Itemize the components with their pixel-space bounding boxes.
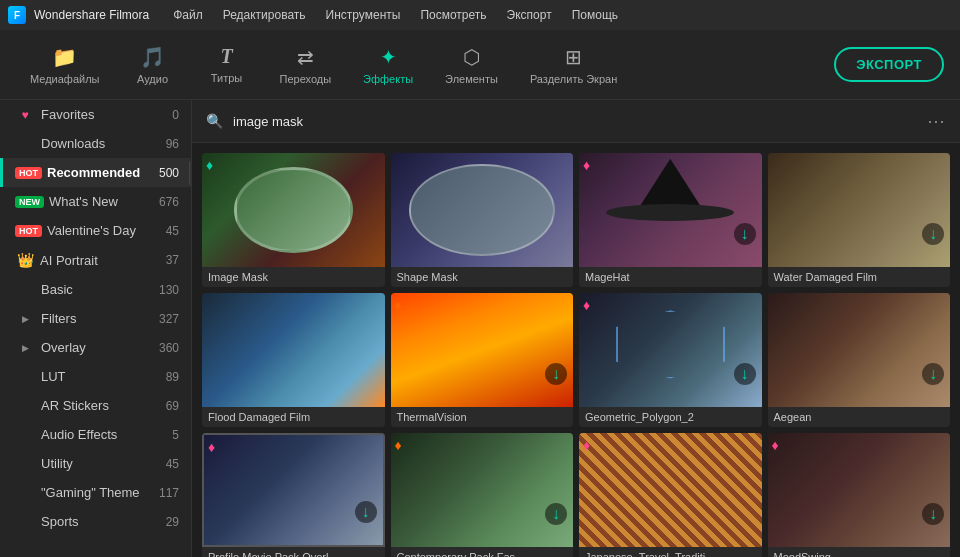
grid-item-aegean[interactable]: ↓ Aegean — [768, 293, 951, 427]
toolbar-effects[interactable]: ✦ Эффекты — [349, 39, 427, 91]
menu-export[interactable]: Экспорт — [499, 6, 560, 24]
sidebar-item-utility[interactable]: Utility 45 — [0, 449, 191, 478]
toolbar-items: 📁 Медиафайлы 🎵 Аудио T Титры ⇄ Переходы … — [16, 39, 834, 91]
menu-edit[interactable]: Редактировать — [215, 6, 314, 24]
search-input[interactable] — [233, 114, 917, 129]
toolbar-audio[interactable]: 🎵 Аудио — [117, 39, 187, 91]
grid-item-10-label: Contemporary Pack Fas... — [391, 547, 574, 557]
orange-badge-10: ♦ — [395, 437, 402, 453]
toolbar: 📁 Медиафайлы 🎵 Аудио T Титры ⇄ Переходы … — [0, 30, 960, 100]
sidebar-item-basic[interactable]: Basic 130 — [0, 275, 191, 304]
menu-bar: Файл Редактировать Инструменты Посмотрет… — [165, 6, 626, 24]
crown-icon: 👑 — [15, 252, 35, 268]
toolbar-audio-label: Аудио — [137, 73, 168, 85]
sidebar: ♥ Favorites 0 Downloads 96 HOT Recommend… — [0, 100, 192, 557]
grid-item-8-label: Aegean — [768, 407, 951, 427]
sidebar-ar-stickers-label: AR Stickers — [41, 398, 162, 413]
sidebar-item-sports[interactable]: Sports 29 — [0, 507, 191, 536]
expand-icon-overlay: ▶ — [15, 343, 35, 353]
search-bar: 🔍 ⋯ — [192, 100, 960, 143]
thumb-magehat: ♦ ↓ — [579, 153, 762, 267]
grid-item-image-mask[interactable]: ♦ Image Mask — [202, 153, 385, 287]
sidebar-downloads-count: 96 — [166, 137, 179, 151]
download-badge-7: ↓ — [734, 363, 756, 385]
sidebar-favorites-count: 0 — [172, 108, 179, 122]
grid-item-water-damaged[interactable]: ↓ Water Damaged Film — [768, 153, 951, 287]
download-badge-6: ↓ — [545, 363, 567, 385]
thumb-japanese-travel: ♦ — [579, 433, 762, 547]
download-badge-12: ↓ — [922, 503, 944, 525]
sidebar-item-lut[interactable]: LUT 89 — [0, 362, 191, 391]
sidebar-item-filters[interactable]: ▶ Filters 327 — [0, 304, 191, 333]
download-badge-9: ↓ — [355, 501, 377, 523]
sidebar-item-audio-effects[interactable]: Audio Effects 5 — [0, 420, 191, 449]
grid-item-moodswing[interactable]: ♦ ↓ MoodSwing — [768, 433, 951, 557]
sidebar-valentines-label: Valentine's Day — [47, 223, 162, 238]
thumb-contemporary-pack: ♦ ↓ — [391, 433, 574, 547]
sidebar-item-overlay[interactable]: ▶ Overlay 360 — [0, 333, 191, 362]
grid-item-geometric-polygon[interactable]: ♦ ↓ Geometric_Polygon_2 — [579, 293, 762, 427]
sidebar-ai-portrait-label: AI Portrait — [40, 253, 162, 268]
grid-item-magehat[interactable]: ♦ ↓ MageHat — [579, 153, 762, 287]
grid-item-12-label: MoodSwing — [768, 547, 951, 557]
sidebar-basic-count: 130 — [159, 283, 179, 297]
toolbar-media[interactable]: 📁 Медиафайлы — [16, 39, 113, 91]
toolbar-transitions-label: Переходы — [279, 73, 331, 85]
sidebar-item-favorites[interactable]: ♥ Favorites 0 — [0, 100, 191, 129]
grid-item-7-label: Geometric_Polygon_2 — [579, 407, 762, 427]
thumb-thermal-vision: ♦ ↓ — [391, 293, 574, 407]
thumb-shape-mask — [391, 153, 574, 267]
grid-item-shape-mask[interactable]: Shape Mask — [391, 153, 574, 287]
sidebar-item-gaming-theme[interactable]: "Gaming" Theme 117 — [0, 478, 191, 507]
toolbar-split-screen[interactable]: ⊞ Разделить Экран — [516, 39, 631, 91]
grid-item-contemporary-pack[interactable]: ♦ ↓ Contemporary Pack Fas... — [391, 433, 574, 557]
sidebar-favorites-label: Favorites — [41, 107, 168, 122]
grid-item-thermal-vision[interactable]: ♦ ↓ ThermalVision — [391, 293, 574, 427]
grid-item-3-label: MageHat — [579, 267, 762, 287]
diamond-badge-11: ♦ — [583, 437, 590, 453]
sidebar-downloads-label: Downloads — [41, 136, 162, 151]
grid-item-11-label: Japanese_Travel_Traditi... — [579, 547, 762, 557]
main-area: ♥ Favorites 0 Downloads 96 HOT Recommend… — [0, 100, 960, 557]
download-badge-8: ↓ — [922, 363, 944, 385]
grid-item-flood-damaged[interactable]: Flood Damaged Film — [202, 293, 385, 427]
sidebar-whats-new-label: What's New — [49, 194, 155, 209]
download-badge-10: ↓ — [545, 503, 567, 525]
audio-icon: 🎵 — [140, 45, 165, 69]
toolbar-titles[interactable]: T Титры — [191, 39, 261, 91]
sidebar-item-recommended[interactable]: HOT Recommended 500 ◀ — [0, 158, 191, 187]
sidebar-item-ai-portrait[interactable]: 👑 AI Portrait 37 — [0, 245, 191, 275]
toolbar-effects-label: Эффекты — [363, 73, 413, 85]
sidebar-item-whats-new[interactable]: NEW What's New 676 — [0, 187, 191, 216]
thumb-water-damaged: ↓ — [768, 153, 951, 267]
teal-badge-1: ♦ — [206, 157, 213, 173]
menu-file[interactable]: Файл — [165, 6, 211, 24]
orange-badge-6: ♦ — [395, 297, 402, 313]
sidebar-item-downloads[interactable]: Downloads 96 — [0, 129, 191, 158]
media-icon: 📁 — [52, 45, 77, 69]
grid-item-profile-movie-pack[interactable]: ♦ ↓ Profile Movie Pack Overl... — [202, 433, 385, 557]
sidebar-filters-count: 327 — [159, 312, 179, 326]
search-icon: 🔍 — [206, 113, 223, 129]
toolbar-transitions[interactable]: ⇄ Переходы — [265, 39, 345, 91]
toolbar-elements[interactable]: ⬡ Элементы — [431, 39, 512, 91]
grid-item-4-label: Water Damaged Film — [768, 267, 951, 287]
sidebar-ai-portrait-count: 37 — [166, 253, 179, 267]
effects-icon: ✦ — [380, 45, 397, 69]
menu-help[interactable]: Помощь — [564, 6, 626, 24]
grid-item-5-label: Flood Damaged Film — [202, 407, 385, 427]
export-button[interactable]: ЭКСПОРТ — [834, 47, 944, 82]
more-options-icon[interactable]: ⋯ — [927, 110, 946, 132]
sidebar-filters-label: Filters — [41, 311, 155, 326]
menu-view[interactable]: Посмотреть — [412, 6, 494, 24]
menu-tools[interactable]: Инструменты — [318, 6, 409, 24]
sidebar-audio-effects-label: Audio Effects — [41, 427, 168, 442]
diamond-badge-7: ♦ — [583, 297, 590, 313]
grid-item-9-label: Profile Movie Pack Overl... — [202, 547, 385, 557]
thumb-flood-damaged — [202, 293, 385, 407]
sidebar-item-valentines-day[interactable]: HOT Valentine's Day 45 — [0, 216, 191, 245]
thumb-aegean: ↓ — [768, 293, 951, 407]
sidebar-overlay-count: 360 — [159, 341, 179, 355]
sidebar-item-ar-stickers[interactable]: AR Stickers 69 — [0, 391, 191, 420]
grid-item-japanese-travel[interactable]: ♦ Japanese_Travel_Traditi... — [579, 433, 762, 557]
